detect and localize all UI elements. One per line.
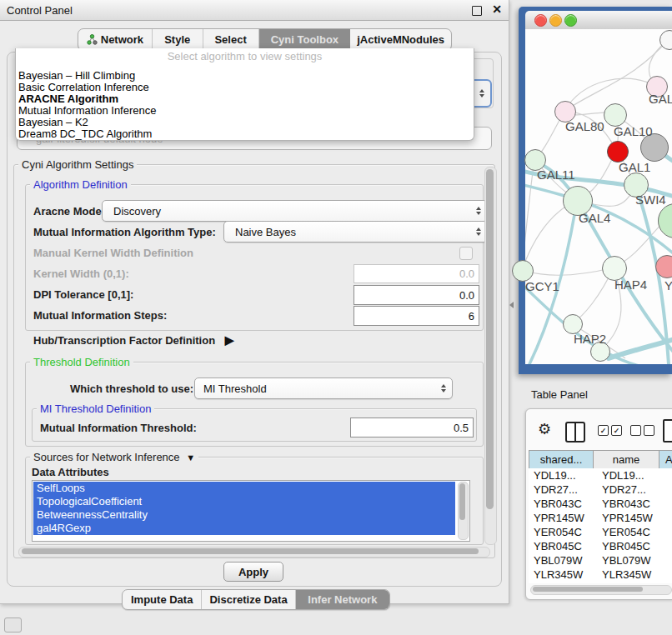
hub-definition-label[interactable]: Hub/Transcription Factor Definition ▶ xyxy=(33,333,234,347)
column-header-partial[interactable]: A xyxy=(659,450,672,469)
mac-zoom-button[interactable] xyxy=(564,14,577,27)
node-label: GAL1 xyxy=(619,160,650,174)
tab-infer-network[interactable]: Infer Network xyxy=(296,590,389,609)
node-label: HAP4 xyxy=(614,278,647,292)
tab-jactivemnodules[interactable]: jActiveMNodules xyxy=(350,29,451,50)
column-header-name[interactable]: name xyxy=(594,450,659,469)
hide-unchecked-columns-icon[interactable] xyxy=(630,425,654,436)
tab-network[interactable]: Network xyxy=(78,29,153,50)
scrollbar-thumb[interactable] xyxy=(486,169,494,509)
algorithm-option[interactable]: Bayesian – Hill Climbing xyxy=(16,70,474,82)
column-header-shared-name[interactable]: shared... xyxy=(529,450,594,469)
control-panel-titlebar[interactable]: Control Panel ✕ xyxy=(0,0,509,21)
control-panel-tabbar: Network Style Select Cyni Toolbox jActiv… xyxy=(78,28,452,51)
node-label: GAL11 xyxy=(537,168,575,182)
which-threshold-combo[interactable]: MI Threshold xyxy=(194,378,453,399)
popup-placeholder: Select algorithm to view settings xyxy=(16,50,474,62)
table-panel-title: Table Panel xyxy=(531,388,588,401)
tab-cyni-toolbox[interactable]: Cyni Toolbox xyxy=(259,29,351,50)
aracne-mode-combo[interactable]: Discovery xyxy=(102,200,488,222)
kernel-width-label: Kernel Width (0,1): xyxy=(33,268,129,280)
mi-steps-field[interactable]: 6 xyxy=(354,306,479,326)
export-table-icon[interactable] xyxy=(663,419,672,442)
table-row[interactable]: YDL19...YDL19...13 xyxy=(529,468,672,482)
table-row[interactable]: YBR045CYBR045C9. xyxy=(529,539,672,553)
table-body: YDL19...YDL19...13 YDR27...YDR27...12 YB… xyxy=(529,468,672,583)
attribute-item[interactable]: gal4RGexp xyxy=(33,522,455,535)
node-label: GCY1 xyxy=(525,279,559,293)
scrollbar-thumb[interactable] xyxy=(22,548,479,554)
scrollbar-thumb[interactable] xyxy=(533,587,643,592)
mi-threshold-title: MI Threshold Definition xyxy=(37,402,154,415)
panel-dock-button[interactable] xyxy=(4,618,22,632)
settings-vertical-scrollbar[interactable] xyxy=(484,167,497,545)
tab-impute-data[interactable]: Impute Data xyxy=(123,590,202,609)
which-threshold-label: Which threshold to use: xyxy=(70,382,193,395)
table-row[interactable]: YBL079WYBL079W xyxy=(529,553,672,568)
node-label: GAL10 xyxy=(614,124,653,138)
close-window-icon[interactable]: ✕ xyxy=(492,2,502,16)
table-row[interactable]: YBR043CYBR043C xyxy=(529,497,672,511)
dpi-tolerance-field[interactable]: 0.0 xyxy=(354,285,479,305)
threshold-definition-title: Threshold Definition xyxy=(30,356,133,368)
algorithm-option[interactable]: Basic Correlation Inference xyxy=(16,82,474,93)
table-header-row: shared... name A xyxy=(529,450,672,469)
algorithm-option[interactable]: Dream8 DC_TDC Algorithm xyxy=(16,128,474,140)
split-columns-icon[interactable] xyxy=(565,422,585,442)
mi-threshold-label: Mutual Information Threshold: xyxy=(40,422,197,434)
data-attributes-list: SelfLoops TopologicalCoefficient Between… xyxy=(32,480,470,542)
tab-discretize-data[interactable]: Discretize Data xyxy=(202,590,295,609)
mi-type-label: Mutual Information Algorithm Type: xyxy=(33,226,216,238)
table-row[interactable]: YER054CYER054C8. xyxy=(529,525,672,539)
node-label: GAL80 xyxy=(565,119,604,133)
sources-group-title[interactable]: Sources for Network Inference ▼ xyxy=(30,451,198,463)
spinner-icon xyxy=(441,384,446,392)
table-horizontal-scrollbar[interactable] xyxy=(530,585,672,595)
network-window-titlebar[interactable] xyxy=(525,11,672,30)
kernel-width-field[interactable]: 0.0 xyxy=(354,264,479,283)
dpi-tolerance-label: DPI Tolerance [0,1]: xyxy=(33,288,133,301)
attribute-item[interactable]: SelfLoops xyxy=(33,482,455,495)
table-row[interactable]: YPR145WYPR145W9. xyxy=(529,511,672,525)
apply-button[interactable]: Apply xyxy=(223,562,283,582)
mi-type-combo[interactable]: Naive Bayes xyxy=(223,221,488,242)
float-window-icon[interactable] xyxy=(472,6,482,16)
tab-style[interactable]: Style xyxy=(153,29,203,50)
cyni-bottom-tabbar: Impute Data Discretize Data Infer Networ… xyxy=(122,589,390,610)
manual-kernel-checkbox[interactable] xyxy=(459,247,473,260)
data-attributes-label: Data Attributes xyxy=(32,466,109,478)
aracne-mode-label: Aracne Mode: xyxy=(33,205,105,218)
expand-right-icon[interactable]: ▶ xyxy=(225,333,234,347)
scrollbar-thumb[interactable] xyxy=(459,483,465,520)
algorithm-option[interactable]: Mutual Information Inference xyxy=(16,105,474,117)
collapse-down-icon[interactable]: ▼ xyxy=(186,452,195,462)
network-node[interactable] xyxy=(604,103,627,127)
manual-kernel-label: Manual Kernel Width Definition xyxy=(33,247,193,259)
table-row[interactable]: YLR345WYLR345W9. xyxy=(529,568,672,582)
node-label: GAL4 xyxy=(579,211,610,225)
node-label: HAP2 xyxy=(574,332,606,346)
attribute-item[interactable]: TopologicalCoefficient xyxy=(33,495,455,508)
settings-horizontal-scrollbar[interactable] xyxy=(18,547,490,558)
mac-close-button[interactable] xyxy=(534,14,547,27)
node-label: GAL xyxy=(649,92,672,106)
table-row[interactable]: YDR27...YDR27...12 xyxy=(529,482,672,497)
cyni-algorithm-settings-title: Cyni Algorithm Settings xyxy=(18,158,137,171)
attribute-item[interactable]: BetweennessCentrality xyxy=(33,508,455,522)
table-row[interactable]: YIL052CYIL052C9 xyxy=(529,582,672,583)
gear-icon[interactable]: ⚙ xyxy=(538,420,551,438)
spinner-icon xyxy=(479,89,484,98)
network-node[interactable] xyxy=(655,255,672,278)
split-pane-handle[interactable] xyxy=(509,302,514,308)
spinner-icon xyxy=(476,228,481,236)
algorithm-option-selected[interactable]: ARACNE Algorithm xyxy=(16,93,474,105)
mi-threshold-field[interactable]: 0.5 xyxy=(350,418,474,438)
mac-minimize-button[interactable] xyxy=(549,14,562,27)
mi-steps-label: Mutual Information Steps: xyxy=(33,309,167,322)
control-panel-title: Control Panel xyxy=(7,4,73,17)
algorithm-option[interactable]: Bayesian – K2 xyxy=(16,117,474,128)
show-checked-columns-icon[interactable]: ✓ ✓ xyxy=(598,425,622,436)
tab-select[interactable]: Select xyxy=(203,29,259,50)
attributes-vertical-scrollbar[interactable] xyxy=(458,482,469,540)
node-label: Y xyxy=(664,278,672,292)
